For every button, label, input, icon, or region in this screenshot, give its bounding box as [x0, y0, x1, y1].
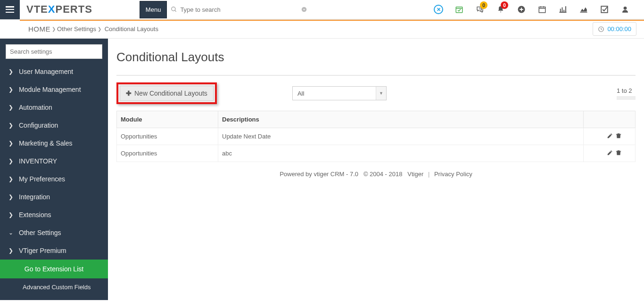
comments-icon[interactable]: 0: [470, 0, 490, 19]
plus-icon: ✚: [126, 89, 132, 97]
breadcrumb: HOME ❯ Other Settings ❯ Conditional Layo…: [0, 20, 644, 39]
chevron-down-icon: ⌄: [8, 229, 13, 236]
search-input[interactable]: [180, 6, 289, 13]
table-header-row: Module Descriptions: [117, 111, 636, 128]
cell-actions: [584, 145, 636, 162]
vtx-icon[interactable]: ✕: [428, 0, 449, 19]
hamburger-icon: [6, 6, 14, 13]
layout: ❯User Management ❯Module Management ❯Aut…: [0, 39, 644, 300]
chevron-right-icon: ❯: [8, 212, 13, 218]
sidebar-item-label: My Preferences: [19, 175, 65, 183]
bell-badge: 0: [501, 1, 508, 9]
breadcrumb-home[interactable]: HOME: [28, 25, 50, 33]
chevron-right-icon: ❯: [8, 140, 13, 146]
divider: [116, 75, 636, 76]
calendar-icon[interactable]: [532, 0, 553, 19]
new-conditional-layouts-button[interactable]: ✚ New Conditional Layouts: [120, 86, 214, 101]
sidebar-item-integration[interactable]: ❯Integration: [0, 188, 108, 206]
svg-rect-6: [539, 7, 545, 13]
footer-privacy-link[interactable]: Privacy Policy: [434, 171, 472, 178]
highlight-box: ✚ New Conditional Layouts: [116, 82, 217, 104]
user-icon[interactable]: [615, 0, 636, 19]
page-title: Conditional Layouts: [116, 50, 636, 65]
sidebar-item-label: Extensions: [19, 211, 51, 219]
chevron-right-icon: ❯: [8, 122, 13, 129]
check-square-icon[interactable]: [594, 0, 615, 19]
sidebar-item-extensions[interactable]: ❯Extensions: [0, 206, 108, 224]
sidebar-sub-advanced-menu-manager[interactable]: Advanced Menu Manager: [0, 296, 108, 300]
chevron-right-icon: ❯: [8, 194, 13, 200]
sidebar-item-marketing-sales[interactable]: ❯Marketing & Sales: [0, 134, 108, 152]
svg-line-1: [175, 10, 176, 12]
cell-desc: abc: [218, 145, 584, 162]
global-search[interactable]: [171, 2, 307, 16]
timer[interactable]: 00:00:00: [593, 22, 636, 36]
col-actions: [584, 111, 636, 128]
bar-chart-icon[interactable]: [553, 0, 573, 19]
hamburger-menu[interactable]: [0, 0, 20, 19]
footer-copyright: © 2004 - 2018: [363, 171, 403, 178]
cell-module: Opportunities: [117, 128, 218, 145]
chevron-right-icon: ❯: [98, 26, 101, 32]
sidebar-item-automation[interactable]: ❯Automation: [0, 98, 108, 116]
search-icon: [171, 6, 177, 13]
accent-border: [20, 20, 644, 21]
plus-circle-icon[interactable]: [511, 0, 532, 19]
footer-vendor[interactable]: Vtiger: [407, 171, 423, 178]
sidebar-item-configuration[interactable]: ❯Configuration: [0, 116, 108, 134]
main-content: Conditional Layouts ✚ New Conditional La…: [108, 39, 644, 300]
module-filter-dropdown[interactable]: All ▼: [292, 86, 387, 100]
toolbar: ✚ New Conditional Layouts All ▼ 1 to 2: [116, 82, 636, 104]
sidebar-search-input[interactable]: [6, 44, 102, 59]
sidebar-search: [6, 44, 102, 59]
pager: 1 to 2: [617, 87, 636, 100]
cell-desc: Update Next Date: [218, 128, 584, 145]
edit-icon[interactable]: [607, 149, 613, 156]
footer: Powered by vtiger CRM - 7.0 © 2004 - 201…: [116, 162, 636, 186]
pager-bar[interactable]: [617, 96, 636, 100]
sidebar-item-label: Advanced Custom Fields: [23, 284, 91, 291]
table-row[interactable]: Opportunities abc: [117, 145, 636, 162]
svg-rect-3: [456, 7, 462, 13]
sidebar-item-label: INVENTORY: [19, 157, 57, 165]
sidebar-item-label: VTiger Premium: [19, 247, 66, 254]
clock-icon: [598, 26, 604, 33]
sidebar-item-my-preferences[interactable]: ❯My Preferences: [0, 170, 108, 188]
sidebar: ❯User Management ❯Module Management ❯Aut…: [0, 39, 108, 300]
breadcrumb-level2: Conditional Layouts: [105, 25, 158, 33]
comments-badge: 0: [480, 1, 487, 9]
sidebar-item-label: Module Management: [19, 86, 81, 93]
sidebar-item-other-settings[interactable]: ⌄Other Settings: [0, 224, 108, 242]
area-chart-icon[interactable]: [573, 0, 594, 19]
sidebar-item-vtiger-premium[interactable]: ❯VTiger Premium: [0, 242, 108, 260]
footer-powered: Powered by vtiger CRM - 7.0: [280, 171, 358, 178]
sidebar-item-label: User Management: [19, 68, 73, 75]
chevron-down-icon[interactable]: [301, 6, 307, 13]
edit-icon[interactable]: [607, 132, 613, 139]
chevron-right-icon: ❯: [8, 176, 13, 182]
chevron-right-icon: ❯: [8, 158, 13, 164]
sidebar-item-user-management[interactable]: ❯User Management: [0, 63, 108, 81]
cell-module: Opportunities: [117, 145, 218, 162]
sidebar-extension-list-link[interactable]: Go to Extension List: [0, 260, 108, 278]
delete-icon[interactable]: [615, 132, 622, 139]
button-label: New Conditional Layouts: [134, 89, 207, 97]
menu-button[interactable]: Menu: [140, 1, 167, 18]
delete-icon[interactable]: [615, 149, 622, 156]
sidebar-item-label: Automation: [19, 104, 52, 111]
sidebar-item-inventory[interactable]: ❯INVENTORY: [0, 152, 108, 170]
sidebar-sub-advanced-custom-fields[interactable]: Advanced Custom Fields: [0, 278, 108, 296]
col-module: Module: [117, 111, 218, 128]
pager-text: 1 to 2: [617, 87, 636, 94]
chevron-right-icon: ❯: [8, 247, 13, 254]
cell-actions: [584, 128, 636, 145]
table-row[interactable]: Opportunities Update Next Date: [117, 128, 636, 145]
data-table: Module Descriptions Opportunities Update…: [116, 111, 636, 162]
sidebar-item-label: Integration: [19, 193, 50, 201]
footer-separator: |: [428, 171, 429, 178]
sidebar-item-module-management[interactable]: ❯Module Management: [0, 81, 108, 98]
chevron-down-icon: ▼: [376, 87, 386, 100]
breadcrumb-level1[interactable]: Other Settings: [57, 25, 96, 33]
calendar-check-icon[interactable]: [449, 0, 470, 19]
bell-icon[interactable]: 0: [490, 0, 511, 19]
